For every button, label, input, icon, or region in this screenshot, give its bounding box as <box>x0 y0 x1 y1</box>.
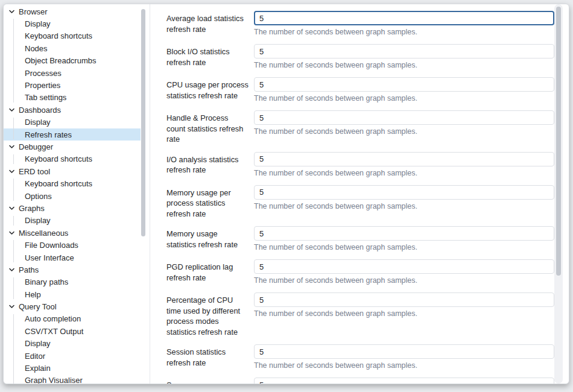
tree-child-item[interactable]: Help <box>4 288 141 300</box>
refresh-rate-input[interactable] <box>254 292 554 307</box>
tree-child-item[interactable]: Object Breadcrumbs <box>4 55 141 67</box>
chevron-down-icon <box>8 205 15 212</box>
content-scrollbar-thumb[interactable] <box>556 7 561 276</box>
refresh-rate-input[interactable] <box>254 259 554 274</box>
preference-field: The number of seconds between graph samp… <box>254 259 554 285</box>
tree-child-label: Display <box>25 339 51 348</box>
tree-group-item[interactable]: Debugger <box>4 141 141 153</box>
preference-help-text: The number of seconds between graph samp… <box>254 93 554 103</box>
tree-child-label: Properties <box>25 81 60 90</box>
tree-children: Binary paths Help <box>4 276 141 301</box>
chevron-down-icon <box>8 267 15 273</box>
tree-child-item[interactable]: File Downloads <box>4 239 141 251</box>
tree-child-item[interactable]: Nodes <box>4 42 141 54</box>
tree-group-item[interactable]: Graphs <box>4 202 141 214</box>
tree-child-label: File Downloads <box>25 241 78 250</box>
tree-child-label: Auto completion <box>25 314 81 323</box>
tree-child-item[interactable]: Processes <box>4 67 141 79</box>
tree-child-label: CSV/TXT Output <box>25 327 83 336</box>
preference-help-text: The number of seconds between graph samp… <box>254 127 554 136</box>
tree-group-label: Graphs <box>19 204 45 213</box>
refresh-rate-input[interactable] <box>254 226 554 241</box>
preference-field: The number of seconds between graph samp… <box>254 44 554 70</box>
tree-child-item[interactable]: Properties <box>4 79 141 91</box>
tree-children: Display <box>4 215 141 227</box>
tree-child-item[interactable]: Auto completion <box>4 313 141 325</box>
preference-row: Memory usage statistics refresh rate The… <box>166 226 554 252</box>
tree-child-label: User Interface <box>25 253 74 262</box>
preference-field: The number of seconds between graph samp… <box>254 226 554 252</box>
tree-child-label: Tab settings <box>25 93 66 102</box>
refresh-rate-input[interactable] <box>254 110 554 125</box>
tree-child-item[interactable]: CSV/TXT Output <box>4 325 141 337</box>
tree-child-item[interactable]: Display <box>4 338 141 350</box>
tree-child-item[interactable]: Keyboard shortcuts <box>4 153 141 165</box>
sidebar-scrollbar-thumb[interactable] <box>141 9 145 236</box>
tree-group-item[interactable]: Query Tool <box>4 300 141 312</box>
preference-field: The number of seconds between graph samp… <box>254 152 554 178</box>
preference-help-text: The number of seconds between graph samp… <box>254 27 554 37</box>
preference-label: Handle & Process count statistics refres… <box>166 110 254 145</box>
tree-group: Dashboards Display Refresh rates <box>4 104 141 141</box>
chevron-down-icon <box>8 144 15 150</box>
preference-label: Memory usage per process statistics refr… <box>166 185 254 220</box>
preference-row: PGD replication lag refresh rate The num… <box>166 259 554 285</box>
preference-row: Memory usage per process statistics refr… <box>166 185 554 220</box>
tree-children: Display Refresh rates <box>4 116 141 141</box>
tree-child-item[interactable]: Options <box>4 190 141 202</box>
tree-child-item[interactable]: Tab settings <box>4 92 141 104</box>
tree-child-label: Options <box>25 192 52 201</box>
refresh-rate-input[interactable] <box>254 11 554 25</box>
tree-child-item[interactable]: Display <box>4 215 141 227</box>
preference-row: Percentage of CPU time used by different… <box>166 292 554 337</box>
tree-group-label: ERD tool <box>19 167 50 176</box>
tree-child-label: Help <box>25 290 41 299</box>
tree-child-item[interactable]: Binary paths <box>4 276 141 288</box>
tree-group-label: Dashboards <box>19 106 61 115</box>
refresh-rate-input[interactable] <box>254 344 554 359</box>
refresh-rate-input[interactable] <box>254 44 554 58</box>
tree-child-item[interactable]: Explain <box>4 362 141 374</box>
tree-child-label: Display <box>25 19 51 28</box>
tree-group-label: Browser <box>19 7 48 16</box>
tree-group: Debugger Keyboard shortcuts <box>4 141 141 165</box>
tree-child-item[interactable]: Keyboard shortcuts <box>4 177 141 189</box>
tree-group-item[interactable]: Paths <box>4 264 141 276</box>
tree-child-item[interactable]: Display <box>4 17 141 30</box>
preference-label: I/O analysis statistics refresh rate <box>166 152 254 178</box>
preference-help-text: The number of seconds between graph samp… <box>254 361 554 370</box>
refresh-rate-input[interactable] <box>254 185 554 200</box>
preference-label: Memory usage statistics refresh rate <box>166 226 254 252</box>
tree-child-item[interactable]: User Interface <box>4 251 141 264</box>
tree-children: Keyboard shortcuts Options <box>4 177 141 202</box>
preference-label: Average load statistics refresh rate <box>166 11 254 37</box>
preference-help-text: The number of seconds between graph samp… <box>254 201 554 211</box>
tree-child-item[interactable]: Editor <box>4 350 141 362</box>
tree-group-label: Debugger <box>19 142 53 151</box>
chevron-down-icon <box>8 8 15 15</box>
tree-group-item[interactable]: ERD tool <box>4 165 141 177</box>
refresh-rate-input[interactable] <box>254 77 554 92</box>
tree-group-item[interactable]: Miscellaneous <box>4 227 141 239</box>
tree-child-item[interactable]: Keyboard shortcuts <box>4 30 141 42</box>
preference-row: Block I/O statistics refresh rate The nu… <box>166 44 554 70</box>
tree-group-item[interactable]: Dashboards <box>4 104 141 116</box>
preference-row: I/O analysis statistics refresh rate The… <box>166 152 554 178</box>
preference-field: The number of seconds between graph samp… <box>254 378 554 384</box>
refresh-rate-input[interactable] <box>254 378 554 384</box>
tree-child-item[interactable]: Display <box>4 116 141 128</box>
refresh-rate-input[interactable] <box>254 152 554 166</box>
tree-child-item[interactable]: Graph Visualiser <box>4 375 141 384</box>
tree-group-item[interactable]: Browser <box>4 5 141 17</box>
preference-row: Session statistics refresh rate The numb… <box>166 344 554 370</box>
tree-child-item[interactable]: Refresh rates <box>4 128 141 141</box>
preference-row: Average load statistics refresh rate The… <box>166 11 554 37</box>
preference-row: Handle & Process count statistics refres… <box>166 110 554 145</box>
chevron-down-icon <box>8 230 15 236</box>
tree-child-label: Keyboard shortcuts <box>25 31 92 40</box>
preferences-dialog: Browser Display Keyboard shortcuts Nodes… <box>3 4 569 384</box>
chevron-down-icon <box>8 107 15 113</box>
preference-help-text: The number of seconds between graph samp… <box>254 60 554 70</box>
content-scrollbar[interactable] <box>554 4 563 384</box>
tree-child-label: Graph Visualiser <box>25 376 83 384</box>
